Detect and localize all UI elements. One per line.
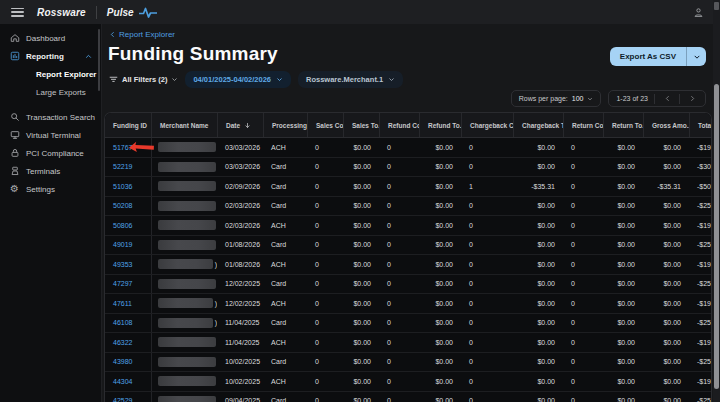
funding-id-link[interactable]: 43980 — [113, 358, 132, 365]
cell-sales_count: 0 — [307, 216, 343, 235]
filter-bar: All Filters (2) 04/01/2025-04/02/2026 Ro… — [109, 71, 403, 88]
merchant-filter[interactable]: Rossware.Merchant.1 — [298, 71, 403, 88]
cell-gross: $0.00 — [643, 216, 689, 235]
cell-sales_total: $0.00 — [343, 275, 379, 294]
funding-id-link[interactable]: 44304 — [113, 378, 132, 385]
cell-refund_count: 0 — [379, 333, 419, 352]
column-header-sales_count[interactable]: Sales Co... — [307, 113, 343, 137]
sidebar-item-reporting[interactable]: Reporting — [0, 47, 101, 65]
funding-id-link[interactable]: 47297 — [113, 280, 132, 287]
cell-date: 10/02/2025 — [217, 372, 263, 391]
redacted-merchant-name — [158, 376, 216, 386]
export-csv-button[interactable]: Export As CSV — [610, 47, 706, 66]
column-header-type[interactable]: Processing Ty... — [263, 113, 307, 137]
cell-type: ACH — [263, 138, 307, 157]
sidebar-item-pci-compliance[interactable]: PCI Compliance — [0, 144, 101, 162]
cell-cb_total: $0.00 — [513, 333, 563, 352]
date-range-filter[interactable]: 04/01/2025-04/02/2026 — [185, 71, 291, 88]
cell-type: ACH — [263, 333, 307, 352]
chevron-up-icon — [85, 53, 92, 60]
cell-id: 50208 — [105, 197, 151, 216]
rows-per-page-select[interactable]: Rows per page: 100 — [511, 90, 602, 107]
cell-refund_count: 0 — [379, 255, 419, 274]
cell-gross: $0.00 — [643, 158, 689, 177]
all-filters-button[interactable]: All Filters (2) — [109, 75, 178, 84]
column-header-cb_total[interactable]: Chargeback To... — [513, 113, 563, 137]
table-row: 49353)01/08/2026ACH0$0.000$0.000$0.000$0… — [105, 255, 712, 275]
cell-date: 01/08/2026 — [217, 236, 263, 255]
cell-return_count: 0 — [563, 138, 603, 157]
sidebar-item-settings[interactable]: ⚙ Settings — [0, 180, 101, 198]
cell-cb_count: 0 — [461, 314, 513, 333]
redacted-merchant-name — [158, 337, 216, 347]
cell-cb_count: 0 — [461, 275, 513, 294]
table-row: 47611)12/02/2025ACH0$0.000$0.000$0.000$0… — [105, 294, 712, 314]
export-dropdown-caret[interactable] — [687, 47, 706, 66]
column-header-cb_count[interactable]: Chargeback Co... — [461, 113, 513, 137]
cell-merchant — [151, 158, 217, 177]
cell-cb_count: 0 — [461, 138, 513, 157]
sidebar-item-large-exports[interactable]: Large Exports — [0, 83, 101, 101]
cell-total: -$30 — [689, 158, 712, 177]
sidebar-item-virtual-terminal[interactable]: Virtual Terminal — [0, 126, 101, 144]
funding-id-link[interactable]: 51036 — [113, 183, 132, 190]
column-header-merchant[interactable]: Merchant Name — [151, 113, 217, 137]
cell-refund_count: 0 — [379, 294, 419, 313]
chevron-left-icon — [664, 95, 671, 102]
funding-id-link[interactable]: 47611 — [113, 300, 132, 307]
sidebar-item-report-explorer[interactable]: Report Explorer — [0, 65, 101, 83]
column-header-total[interactable]: Tota — [689, 113, 712, 137]
cell-total: -$19 — [689, 216, 712, 235]
cell-total: -$25 — [689, 353, 712, 372]
scrollbar-thumb[interactable] — [714, 84, 719, 389]
cell-merchant — [151, 353, 217, 372]
next-page-button[interactable] — [686, 93, 698, 105]
cell-total: -$25 — [689, 197, 712, 216]
sidebar-scrollbar-thumb[interactable] — [98, 29, 100, 91]
cell-sales_count: 0 — [307, 255, 343, 274]
sidebar-item-transaction-search[interactable]: Transaction Search — [0, 108, 101, 126]
cell-return_total: $0.00 — [603, 333, 643, 352]
brand-logo: Rossware — [37, 7, 86, 18]
column-header-sales_total[interactable]: Sales To... — [343, 113, 379, 137]
back-link-report-explorer[interactable]: Report Explorer — [109, 30, 175, 39]
prev-page-button[interactable] — [661, 93, 673, 105]
funding-id-link[interactable]: 46108 — [113, 319, 132, 326]
cell-sales_total: $0.00 — [343, 353, 379, 372]
redacted-merchant-name — [158, 162, 216, 172]
column-header-return_count[interactable]: Return Co... — [563, 113, 603, 137]
cell-date: 02/03/2026 — [217, 197, 263, 216]
cell-refund_count: 0 — [379, 138, 419, 157]
cell-sales_count: 0 — [307, 275, 343, 294]
sidebar-item-terminals[interactable]: Terminals — [0, 162, 101, 180]
cell-refund_total: $0.00 — [419, 177, 461, 196]
funding-id-link[interactable]: 52219 — [113, 163, 132, 170]
scrollbar-up-arrow[interactable] — [714, 2, 719, 10]
column-header-refund_total[interactable]: Refund To... — [419, 113, 461, 137]
funding-id-link[interactable]: 50208 — [113, 202, 132, 209]
funding-id-link[interactable]: 50806 — [113, 222, 132, 229]
funding-id-link[interactable]: 51767 — [113, 144, 132, 151]
cell-sales_count: 0 — [307, 294, 343, 313]
cell-total: -$50 — [689, 177, 712, 196]
funding-id-link[interactable]: 46322 — [113, 339, 132, 346]
column-header-date[interactable]: Date — [217, 113, 263, 137]
column-header-refund_count[interactable]: Refund Co... — [379, 113, 419, 137]
cell-total: -$19 — [689, 255, 712, 274]
funding-id-link[interactable]: 42529 — [113, 397, 132, 402]
page-scrollbar[interactable] — [713, 0, 720, 402]
chevron-left-icon — [109, 31, 116, 38]
user-account-icon[interactable] — [693, 7, 704, 18]
product-logo: Pulse — [107, 7, 134, 18]
funding-id-link[interactable]: 49353 — [113, 261, 132, 268]
column-header-gross[interactable]: Gross Amo... — [643, 113, 689, 137]
cell-date: 09/04/2025 — [217, 392, 263, 402]
hamburger-menu-icon[interactable] — [11, 8, 24, 17]
column-header-id[interactable]: Funding ID — [105, 113, 151, 137]
funding-id-link[interactable]: 49019 — [113, 241, 132, 248]
chevron-down-icon — [693, 53, 701, 61]
column-header-return_total[interactable]: Return To... — [603, 113, 643, 137]
cell-cb_total: $0.00 — [513, 138, 563, 157]
sidebar-item-dashboard[interactable]: Dashboard — [0, 29, 101, 47]
cell-refund_count: 0 — [379, 353, 419, 372]
